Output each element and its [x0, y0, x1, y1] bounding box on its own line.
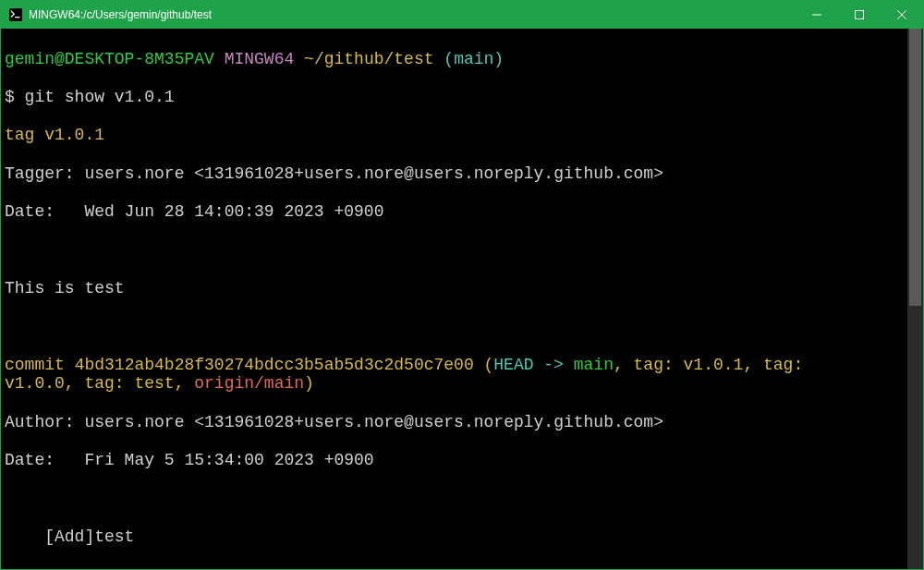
prompt-branch: (main): [444, 50, 504, 68]
prompt-path: ~/github/test: [304, 50, 433, 68]
commit-line: commit 4bd312ab4b28f30274bdcc3b5ab5d3c2d…: [5, 356, 906, 394]
command-line: $ git show v1.0.1: [5, 88, 906, 107]
titlebar-left: MINGW64:/c/Users/gemin/github/test: [1, 7, 212, 22]
window-title: MINGW64:/c/Users/gemin/github/test: [29, 8, 212, 21]
terminal-output: gemin@DESKTOP-8M35PAV MINGW64 ~/github/t…: [5, 30, 906, 569]
svg-rect-0: [9, 8, 22, 21]
commit-message: [Add]test: [5, 528, 906, 547]
tag-header: tag v1.0.1: [5, 126, 906, 145]
prompt-env: MINGW64: [225, 50, 295, 68]
titlebar-controls: [796, 1, 923, 29]
author-line: Author: users.nore <131961028+users.nore…: [5, 413, 906, 432]
app-icon: [8, 7, 23, 22]
terminal-body[interactable]: gemin@DESKTOP-8M35PAV MINGW64 ~/github/t…: [1, 29, 923, 569]
scrollbar[interactable]: [907, 29, 923, 569]
svg-rect-3: [856, 11, 864, 19]
scrollbar-thumb[interactable]: [909, 29, 921, 306]
terminal-window: MINGW64:/c/Users/gemin/github/test gemin…: [0, 0, 924, 570]
tag-message: This is test: [5, 279, 906, 298]
minimize-button[interactable]: [796, 1, 838, 29]
commit-date: Date: Fri May 5 15:34:00 2023 +0900: [5, 451, 906, 470]
tagger-line: Tagger: users.nore <131961028+users.nore…: [5, 164, 906, 184]
titlebar[interactable]: MINGW64:/c/Users/gemin/github/test: [1, 1, 923, 29]
maximize-button[interactable]: [838, 1, 881, 29]
prompt-user-host: gemin@DESKTOP-8M35PAV: [5, 50, 214, 68]
close-button[interactable]: [881, 1, 923, 29]
tag-date: Date: Wed Jun 28 14:00:39 2023 +0900: [5, 202, 906, 222]
